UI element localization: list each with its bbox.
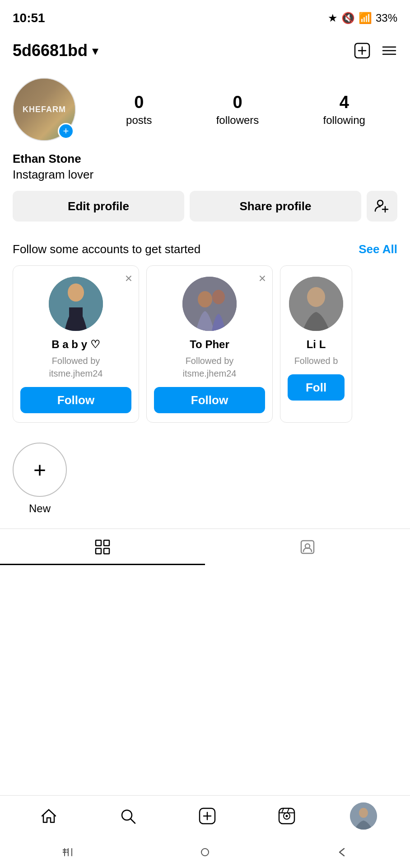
card-followed-lil: Followed b <box>294 354 338 367</box>
close-baby-button[interactable]: × <box>125 272 132 285</box>
nav-icons <box>0 796 410 836</box>
status-time: 10:51 <box>13 11 45 25</box>
header-actions <box>354 42 397 59</box>
wifi-icon: 📶 <box>359 12 372 24</box>
follow-header: Follow some accounts to get started See … <box>13 242 397 256</box>
suggestion-card-baby: × B a b y ♡ Followed byitsme.jhem24 Foll… <box>13 265 139 423</box>
new-story-section: + New <box>0 434 410 528</box>
card-followed-baby: Followed byitsme.jhem24 <box>49 354 103 380</box>
card-name-topher: To Pher <box>190 338 229 351</box>
following-count: 4 <box>340 93 349 112</box>
add-post-button[interactable] <box>354 42 370 59</box>
profile-top: KHEFARM + 0 posts 0 followers 4 followin… <box>13 78 397 141</box>
avatar-container: KHEFARM + <box>13 78 76 141</box>
add-friend-button[interactable] <box>367 191 397 222</box>
bottom-spacer <box>0 565 410 637</box>
suggestion-card-topher: × To Pher Followed byitsme.jhem24 Follow <box>146 265 273 423</box>
android-back-button[interactable] <box>335 845 349 859</box>
svg-rect-44 <box>201 849 209 856</box>
stats-row: 0 posts 0 followers 4 following <box>94 93 397 127</box>
svg-point-10 <box>68 283 84 302</box>
status-icons: ★ 🔇 📶 33% <box>328 12 397 24</box>
follow-section: Follow some accounts to get started See … <box>0 242 410 434</box>
nav-home-button[interactable] <box>33 800 65 832</box>
svg-rect-19 <box>96 548 101 554</box>
username-text: 5d6681bd <box>13 41 88 60</box>
followers-label: followers <box>216 114 259 127</box>
svg-point-30 <box>285 815 288 817</box>
follow-lil-button[interactable]: Foll <box>288 374 345 401</box>
nav-search-button[interactable] <box>112 800 144 832</box>
card-avatar-lil <box>289 277 343 331</box>
posts-count: 0 <box>134 93 144 112</box>
card-avatar-baby <box>49 277 103 331</box>
menu-button[interactable] <box>381 42 397 59</box>
card-name-baby: B a b y ♡ <box>51 338 100 351</box>
posts-label: posts <box>126 114 152 127</box>
plus-icon: + <box>33 458 46 482</box>
nav-add-button[interactable] <box>191 800 223 832</box>
chevron-down-icon: ▾ <box>92 43 98 58</box>
svg-point-14 <box>212 290 225 304</box>
tab-grid[interactable] <box>0 529 205 565</box>
avatar-farm-text: KHEFARM <box>23 105 66 114</box>
share-profile-button[interactable]: Share profile <box>190 191 361 222</box>
content-tabs <box>0 528 410 565</box>
follow-title: Follow some accounts to get started <box>13 242 200 256</box>
header: 5d6681bd ▾ <box>0 33 410 69</box>
profile-section: KHEFARM + 0 posts 0 followers 4 followin… <box>0 69 410 242</box>
svg-line-32 <box>282 808 284 813</box>
follow-baby-button[interactable]: Follow <box>20 387 131 413</box>
profile-bio: Instagram lover <box>13 168 397 182</box>
svg-line-33 <box>287 808 289 813</box>
android-nav <box>0 836 410 868</box>
following-stat[interactable]: 4 following <box>323 93 365 127</box>
svg-point-13 <box>198 291 212 307</box>
bottom-nav <box>0 795 410 868</box>
nav-profile-button[interactable] <box>350 802 377 830</box>
posts-stat[interactable]: 0 posts <box>126 93 152 127</box>
svg-rect-20 <box>104 548 109 554</box>
action-buttons: Edit profile Share profile <box>13 191 397 222</box>
new-story-label: New <box>29 502 51 515</box>
svg-line-24 <box>130 819 135 823</box>
edit-profile-button[interactable]: Edit profile <box>13 191 184 222</box>
follow-topher-button[interactable]: Follow <box>154 387 265 413</box>
followers-stat[interactable]: 0 followers <box>216 93 259 127</box>
see-all-button[interactable]: See All <box>359 242 397 256</box>
profile-name: Ethan Stone <box>13 152 397 166</box>
following-label: following <box>323 114 365 127</box>
svg-rect-11 <box>69 307 83 326</box>
card-followed-topher: Followed byitsme.jhem24 <box>183 354 237 380</box>
android-home-button[interactable] <box>198 845 212 859</box>
suggestions-row: × B a b y ♡ Followed byitsme.jhem24 Foll… <box>13 265 397 423</box>
new-story-circle: + <box>13 443 67 497</box>
avatar-add-button[interactable]: + <box>58 123 74 139</box>
followers-count: 0 <box>233 93 242 112</box>
tab-tagged[interactable] <box>205 529 410 565</box>
close-topher-button[interactable]: × <box>259 272 266 285</box>
card-name-lil: Li L <box>307 338 326 351</box>
svg-point-6 <box>377 200 383 206</box>
svg-point-16 <box>307 287 325 307</box>
mute-icon: 🔇 <box>341 12 355 24</box>
status-bar: 10:51 ★ 🔇 📶 33% <box>0 0 410 33</box>
svg-rect-17 <box>96 540 101 546</box>
bluetooth-icon: ★ <box>328 12 338 24</box>
suggestion-card-lil: Li L Followed b Foll <box>280 265 352 423</box>
android-menu-button[interactable] <box>61 845 75 859</box>
nav-reels-button[interactable] <box>271 800 303 832</box>
username-row[interactable]: 5d6681bd ▾ <box>13 41 98 60</box>
card-avatar-topher <box>182 277 237 331</box>
battery-text: 33% <box>376 12 397 24</box>
new-story-button[interactable]: + New <box>13 443 67 515</box>
svg-rect-18 <box>104 540 109 546</box>
svg-point-35 <box>359 808 368 818</box>
